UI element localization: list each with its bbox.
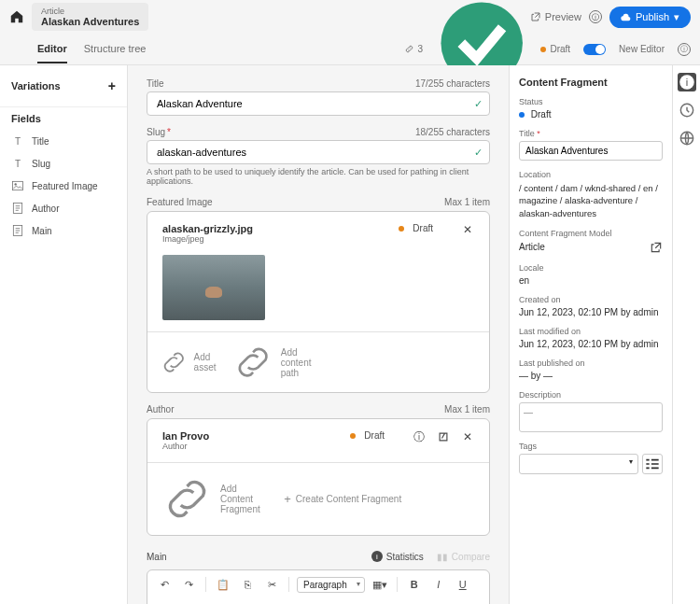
- fields-header: Fields: [0, 106, 127, 130]
- author-card: Ian Provo Author Draft ⓘ ✕ Add Content F…: [147, 418, 490, 536]
- rail-info-icon[interactable]: i: [678, 73, 696, 91]
- svg-rect-1: [13, 181, 23, 190]
- asset-filename: alaskan-grizzly.jpg: [162, 223, 387, 234]
- locale-value: en: [519, 275, 663, 286]
- add-variation-button[interactable]: +: [108, 78, 116, 93]
- new-editor-label: New Editor: [619, 44, 665, 54]
- svg-point-2: [15, 183, 17, 185]
- underline-button[interactable]: U: [454, 575, 472, 594]
- author-status: Draft: [350, 430, 385, 441]
- undo-button[interactable]: ↶: [155, 575, 174, 594]
- location-value: / content / dam / wknd-shared / en / mag…: [519, 182, 663, 219]
- description-input[interactable]: —: [519, 402, 663, 432]
- asset-mimetype: Image/jpeg: [162, 234, 387, 244]
- add-content-fragment-button[interactable]: Add Content Fragment: [159, 471, 269, 527]
- image-icon: [11, 179, 24, 192]
- close-icon[interactable]: ✕: [461, 223, 474, 236]
- paste-button[interactable]: 📋: [214, 575, 232, 594]
- fragment-icon: [11, 224, 24, 237]
- text-icon: T: [11, 157, 24, 170]
- slug-input[interactable]: [147, 140, 490, 164]
- open-model-icon[interactable]: [650, 241, 663, 254]
- field-main[interactable]: Main: [0, 219, 127, 242]
- rail-history-icon[interactable]: [678, 101, 696, 119]
- title-label: Title: [147, 78, 164, 89]
- title-counter: 17/255 characters: [415, 78, 490, 89]
- fragment-icon: [11, 202, 24, 215]
- field-slug[interactable]: TSlug: [0, 152, 127, 175]
- svg-text:i: i: [685, 77, 687, 88]
- main-label: Main: [147, 552, 167, 562]
- author-label: Author: [147, 404, 174, 414]
- add-content-path-button[interactable]: Add content path: [231, 340, 317, 385]
- cut-button[interactable]: ✂: [262, 575, 281, 594]
- featured-max: Max 1 item: [444, 197, 490, 207]
- info-icon[interactable]: ⓘ: [413, 430, 426, 443]
- open-icon[interactable]: [437, 430, 450, 443]
- add-asset-button[interactable]: Add asset: [159, 340, 216, 385]
- info-icon[interactable]: ⓘ: [678, 43, 691, 56]
- left-sidebar: Variations + Fields TTitle TSlug Feature…: [0, 65, 128, 604]
- statistics-button[interactable]: iStatistics: [371, 551, 424, 562]
- tags-dropdown[interactable]: ▾: [519, 454, 638, 474]
- modified-value: Jun 12, 2023, 02:10 PM by admin: [519, 339, 663, 349]
- author-role: Author: [162, 442, 339, 451]
- highlight-button[interactable]: ✎▾: [155, 599, 174, 604]
- published-value: — by —: [519, 371, 663, 381]
- rich-text-editor: ↶ ↷ 📋 ⎘ ✂ Paragraph ▦▾ B I U ✎▾: [147, 569, 490, 604]
- paragraph-dropdown[interactable]: Paragraph: [297, 577, 365, 593]
- slug-helper: A short path to be used to uniquely iden…: [147, 167, 490, 186]
- slug-label: Slug: [147, 127, 165, 137]
- table-button[interactable]: ▦▾: [371, 575, 389, 594]
- create-content-fragment-button[interactable]: +Create Content Fragment: [284, 471, 401, 527]
- right-rail: i: [672, 65, 700, 604]
- field-title[interactable]: TTitle: [0, 130, 127, 152]
- new-editor-toggle[interactable]: [583, 44, 606, 55]
- home-icon[interactable]: [9, 9, 24, 24]
- variations-header: Variations: [11, 80, 61, 91]
- text-icon: T: [11, 134, 24, 147]
- redo-button[interactable]: ↷: [179, 575, 198, 594]
- field-featured-image[interactable]: Featured Image: [0, 175, 127, 197]
- breadcrumb-type: Article: [41, 7, 139, 16]
- model-value: Article: [519, 242, 545, 252]
- check-icon: ✓: [474, 98, 483, 110]
- draft-status: Draft: [540, 44, 570, 54]
- links-count[interactable]: 3: [404, 44, 423, 54]
- author-name: Ian Provo: [162, 430, 339, 442]
- created-value: Jun 12, 2023, 02:10 PM by admin: [519, 307, 663, 317]
- featured-image-card: alaskan-grizzly.jpg Image/jpeg Draft ✕ A…: [147, 211, 490, 393]
- tab-editor[interactable]: Editor: [37, 35, 67, 63]
- featured-label: Featured Image: [147, 197, 213, 207]
- asset-status: Draft: [399, 223, 433, 233]
- field-author[interactable]: Author: [0, 197, 127, 219]
- copy-button[interactable]: ⎘: [238, 575, 257, 594]
- tags-browse-button[interactable]: [642, 454, 663, 474]
- slug-counter: 18/255 characters: [415, 127, 490, 137]
- main-editor: Title17/255 characters ✓ Slug*18/255 cha…: [128, 65, 509, 604]
- tab-structure[interactable]: Structure tree: [84, 35, 147, 63]
- title-input[interactable]: [147, 91, 490, 116]
- breadcrumb[interactable]: Article Alaskan Adventures: [32, 3, 148, 31]
- compare-button: ▮▮ Compare: [437, 552, 490, 562]
- check-icon: ✓: [474, 147, 483, 159]
- status-value: Draft: [519, 109, 663, 119]
- asset-thumbnail[interactable]: [162, 255, 265, 320]
- close-icon[interactable]: ✕: [461, 430, 474, 443]
- properties-panel: Content Fragment Status Draft Title * Lo…: [509, 65, 672, 604]
- panel-title-input[interactable]: [519, 141, 663, 161]
- bold-button[interactable]: B: [405, 575, 424, 594]
- rail-globe-icon[interactable]: [678, 129, 696, 147]
- breadcrumb-title: Alaskan Adventures: [41, 16, 139, 27]
- italic-button[interactable]: I: [429, 575, 448, 594]
- panel-title: Content Fragment: [519, 77, 663, 88]
- author-max: Max 1 item: [444, 404, 490, 414]
